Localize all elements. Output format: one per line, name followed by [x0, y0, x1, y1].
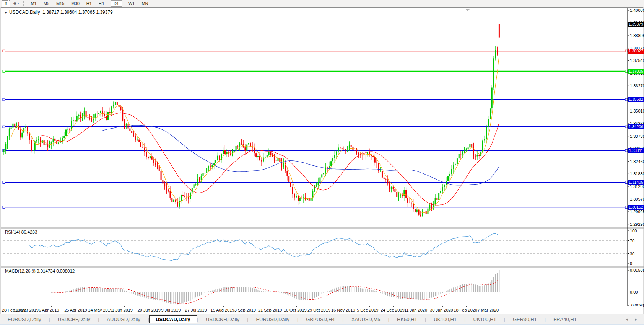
svg-text:1.29925: 1.29925	[630, 209, 644, 214]
candlestick-series	[3, 20, 500, 218]
svg-text:1.36270: 1.36270	[630, 83, 644, 88]
chevron-down-icon: ▾	[18, 2, 19, 5]
svg-text:1.29295: 1.29295	[630, 222, 644, 227]
timeframe-button-w1[interactable]: W1	[125, 0, 138, 7]
svg-text:1.40080: 1.40080	[630, 8, 644, 13]
chart-tab-fra40-h1[interactable]: FRA40,H1	[546, 315, 584, 323]
svg-text:30: 30	[630, 252, 634, 256]
timeframe-button-m15[interactable]: M15	[53, 0, 67, 7]
svg-text:70: 70	[630, 238, 634, 243]
svg-text:1.30570: 1.30570	[630, 197, 644, 201]
svg-text:1.35640: 1.35640	[630, 96, 644, 101]
date-label: 6 Apr 2019	[39, 308, 59, 312]
svg-text:1.37545: 1.37545	[630, 58, 644, 63]
date-label: 29 Oct 2019	[307, 308, 330, 312]
date-label: 5 Dec 2019	[357, 308, 378, 312]
chart-tab-eurusd-daily[interactable]: EURUSD,Daily	[248, 315, 297, 323]
date-label: 21 Sep 2019	[258, 308, 282, 312]
macd-signal-line	[51, 279, 499, 304]
svg-text:0: 0	[630, 261, 632, 266]
date-label: 15 Aug 2019	[211, 308, 234, 312]
indicators-button[interactable]: ❖ ▾	[12, 1, 20, 7]
collapse-triangle-icon[interactable]: ▼	[4, 11, 7, 15]
date-label: 1 Jun 2019	[112, 308, 132, 312]
tab-scroll-arrows[interactable]: ◂ ▸	[626, 317, 640, 322]
date-label: 24 Dec 2019	[381, 308, 404, 312]
chart-tab-uk100-h1[interactable]: UK100,H1	[466, 315, 504, 323]
date-label: 7 Mar 2020	[477, 308, 499, 312]
chart-tab-eurusd-daily[interactable]: EURUSD,Daily	[0, 315, 49, 323]
rsi-indicator-label: RSI(14) 86.4283	[5, 230, 37, 234]
timeframe-buttons: M1M5M15M30H1H4D1W1MN	[27, 0, 151, 7]
chart-title: ▼USDCAD,Daily 1.38717 1.39604 1.37065 1.…	[4, 10, 113, 15]
rsi-line	[29, 233, 499, 261]
date-label: 11 Jan 2020	[404, 308, 427, 312]
timeframe-button-h4[interactable]: H4	[96, 0, 107, 7]
timeframe-button-m1[interactable]: M1	[28, 0, 39, 7]
chart-tab-usdcnh-daily[interactable]: USDCNH,Daily	[198, 315, 247, 323]
timeframe-button-d1[interactable]: D1	[111, 0, 122, 7]
svg-text:0.00: 0.00	[630, 290, 638, 294]
toolbar-grip[interactable]	[23, 1, 25, 6]
chart-tab-hk50-h1[interactable]: HK50,H1	[389, 315, 425, 323]
timeframe-button-mn[interactable]: MN	[138, 0, 151, 7]
svg-text:1.31830: 1.31830	[630, 171, 644, 176]
svg-text:1.35010: 1.35010	[630, 109, 644, 113]
svg-text:1.31200: 1.31200	[630, 184, 644, 189]
chart-tab-ger30-h1[interactable]: GER30,H1	[505, 315, 545, 323]
svg-text:1.38175: 1.38175	[630, 46, 644, 51]
date-label: 27 Jul 2019	[185, 308, 207, 312]
svg-text:1.33735: 1.33735	[630, 134, 644, 139]
price-axis: 1.400801.394501.388051.381751.375451.369…	[628, 8, 644, 307]
indicators-icon: ❖	[13, 1, 17, 6]
trading-terminal: T ❖ ▾ M1M5M15M30H1H4D1W1MN 1.400801.3945…	[0, 0, 644, 325]
date-label: 18 Feb 2020	[454, 308, 477, 312]
chart-tab-uk100-h1[interactable]: UK100,H1	[426, 315, 464, 323]
chart-tab-usdchf-daily[interactable]: USDCHF,Daily	[50, 315, 98, 323]
svg-text:1.39450: 1.39450	[630, 21, 644, 25]
svg-text:100: 100	[630, 229, 637, 233]
chart-canvas[interactable]: 1.400801.394501.388051.381751.375451.369…	[1, 8, 644, 307]
date-label: 14 May 2019	[88, 308, 112, 312]
svg-text:0.015884: 0.015884	[630, 268, 644, 273]
background-layer	[1, 9, 644, 307]
moving-averages	[11, 55, 499, 213]
date-label: 20 Jun 2019	[137, 308, 161, 312]
svg-text:1.33105: 1.33105	[630, 146, 644, 151]
macd-indicator-label: MACD(12,26,9) 0.014734 0.008012	[5, 269, 75, 273]
svg-text:1.38805: 1.38805	[630, 33, 644, 38]
date-label: 16 Nov 2019	[331, 308, 355, 312]
chart-tab-audusd-daily[interactable]: AUDUSD,Daily	[99, 315, 148, 323]
timeframe-button-m5[interactable]: M5	[41, 0, 52, 7]
date-label: 9 Jul 2019	[161, 308, 181, 312]
chart-tab-usdcad-daily[interactable]: USDCAD,Daily	[149, 315, 197, 323]
svg-text:1.36915: 1.36915	[630, 71, 644, 75]
chart-window: 1.400801.394501.388051.381751.375451.369…	[1, 7, 643, 314]
date-label: 25 Apr 2019	[64, 308, 87, 312]
timeframe-button-h1[interactable]: H1	[83, 0, 95, 7]
indicator-panes	[3, 233, 627, 304]
text-tool-button[interactable]: T	[2, 0, 10, 7]
chart-symbol: USDCAD,Daily	[9, 10, 40, 15]
svg-text:1.34365: 1.34365	[630, 121, 644, 126]
chart-tab-bar: EURUSD,Daily|USDCHF,Daily|AUDUSD,Daily|U…	[0, 314, 644, 324]
date-label: 19 Mar 2019	[15, 308, 39, 312]
date-label: 10 Oct 2019	[284, 308, 307, 312]
chart-tab-gbpusd-h4[interactable]: GBPUSD,H4	[298, 315, 342, 323]
date-label: 3 Sep 2019	[234, 308, 256, 312]
date-label: 30 Jan 2020	[430, 308, 453, 312]
svg-text:1.32460: 1.32460	[630, 159, 644, 164]
date-axis[interactable]: 28 Feb 201919 Mar 20196 Apr 201925 Apr 2…	[1, 306, 643, 314]
macd-values: 0.014734 0.008012	[37, 269, 75, 273]
rsi-value: 86.4283	[21, 230, 37, 234]
chart-tabs: EURUSD,Daily|USDCHF,Daily|AUDUSD,Daily|U…	[0, 315, 584, 323]
horizontal-levels	[3, 50, 628, 208]
timeframe-button-m30[interactable]: M30	[68, 0, 82, 7]
top-toolbar: T ❖ ▾ M1M5M15M30H1H4D1W1MN	[0, 0, 644, 7]
chart-tab-xauusd-m5[interactable]: XAUUSD,M5	[344, 315, 388, 323]
chart-ohlc: 1.38717 1.39604 1.37065 1.39379	[42, 10, 113, 15]
